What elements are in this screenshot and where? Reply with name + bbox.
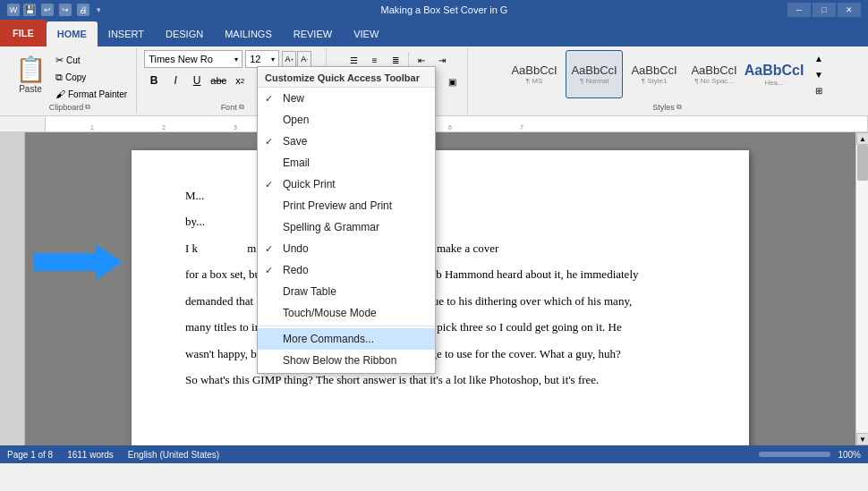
page-info: Page 1 of 8	[7, 450, 53, 460]
styles-scroll-controls: ▲ ▼ ⊞	[805, 50, 829, 98]
font-expand-icon[interactable]: ⧉	[239, 103, 244, 112]
font-name-dropdown[interactable]: Times New Ro ▾	[144, 50, 243, 68]
undo-icon-title[interactable]: ↩	[41, 4, 54, 16]
style-no-spacing[interactable]: AaBbCcI ¶ No Spac...	[685, 50, 743, 98]
style-ms-indicator: ¶ MS	[526, 77, 543, 85]
copy-button[interactable]: ⧉ Copy	[52, 69, 131, 85]
menu-item-more-commands[interactable]: More Commands...	[258, 328, 435, 350]
font-size-increase-button[interactable]: A+	[282, 51, 296, 67]
tab-mailings[interactable]: MAILINGS	[214, 21, 283, 47]
tab-file[interactable]: FILE	[0, 20, 47, 47]
menu-item-print-preview[interactable]: Print Preview and Print	[258, 195, 435, 216]
style-heading1-preview: AaBbCcI	[745, 62, 804, 79]
quick-access-toolbar-title: 💾 ↩ ↪ 🖨	[23, 4, 89, 16]
tab-insert[interactable]: INSERT	[98, 21, 155, 47]
print-icon-title[interactable]: 🖨	[77, 4, 89, 16]
subscript-button[interactable]: x2	[230, 71, 250, 90]
menu-item-quick-print[interactable]: ✓ Quick Print	[258, 174, 435, 195]
clipboard-small-buttons: ✂ Cut ⧉ Copy 🖌 Format Painter	[52, 50, 131, 102]
scroll-thumb[interactable]	[857, 145, 868, 181]
menu-undo-label: Undo	[283, 242, 428, 255]
arrow-shape	[33, 244, 123, 280]
style-style1[interactable]: AaBbCcI ¶ Style1	[625, 50, 683, 98]
style-normal[interactable]: AaBbCcI ¶ Normal	[566, 50, 623, 98]
styles-expand-icon[interactable]: ⧉	[677, 103, 682, 112]
scroll-down-button[interactable]: ▼	[856, 433, 868, 445]
font-size-arrow[interactable]: ▾	[271, 55, 275, 63]
tab-design[interactable]: DESIGN	[155, 21, 214, 47]
styles-scroll-up[interactable]: ▲	[809, 50, 829, 66]
menu-open-label: Open	[283, 114, 428, 126]
menu-item-touch-mouse[interactable]: Touch/Mouse Mode	[258, 302, 435, 324]
style-heading1-indicator: Hea...	[764, 79, 783, 87]
format-painter-button[interactable]: 🖌 Format Painter	[52, 86, 131, 102]
check-new: ✓	[265, 93, 277, 105]
format-painter-label: Format Painter	[68, 89, 127, 99]
style-heading1[interactable]: AaBbCcI Hea...	[745, 50, 803, 98]
save-icon-title[interactable]: 💾	[23, 4, 36, 16]
check-undo: ✓	[265, 243, 277, 255]
font-size-dropdown[interactable]: 12 ▾	[245, 50, 279, 68]
cut-button[interactable]: ✂ Cut	[52, 52, 131, 68]
zoom-slider[interactable]	[759, 452, 830, 457]
minimize-button[interactable]: ─	[787, 3, 811, 17]
menu-more-commands-label: More Commands...	[283, 333, 428, 345]
italic-button[interactable]: I	[166, 71, 185, 90]
ruler-mark-7: 7	[520, 124, 523, 131]
font-size-controls: A+ A-	[282, 51, 311, 67]
styles-group: AaBbCcI ¶ MS AaBbCcI ¶ Normal AaBbCcI ¶ …	[470, 48, 864, 114]
paste-label: Paste	[19, 84, 42, 94]
ruler-mark-3: 3	[234, 124, 237, 131]
ruler-mark-6: 6	[448, 124, 452, 131]
scroll-up-button[interactable]: ▲	[856, 132, 868, 145]
clipboard-group: 📋 Paste ✂ Cut ⧉ Copy 🖌 Format Painter Cl…	[4, 48, 137, 114]
close-button[interactable]: ✕	[838, 3, 861, 17]
style-normal-preview: AaBbCcI	[571, 63, 617, 78]
scroll-track[interactable]	[856, 145, 868, 433]
font-name-arrow[interactable]: ▾	[234, 55, 238, 63]
styles-scroll-down[interactable]: ▼	[809, 66, 829, 82]
clipboard-expand-icon[interactable]: ⧉	[85, 103, 90, 112]
style-ms[interactable]: AaBbCcI ¶ MS	[506, 50, 563, 98]
blue-arrow	[33, 244, 123, 286]
menu-print-preview-label: Print Preview and Print	[283, 199, 428, 212]
menu-item-email[interactable]: Email	[258, 152, 435, 174]
paste-button[interactable]: 📋 Paste	[9, 50, 52, 100]
menu-item-save[interactable]: ✓ Save	[258, 131, 435, 152]
style-style1-indicator: ¶ Style1	[642, 77, 668, 85]
strikethrough-button[interactable]: abc	[208, 71, 228, 90]
scrollbar-vertical[interactable]: ▲ ▼	[855, 132, 868, 445]
bold-button[interactable]: B	[144, 71, 164, 90]
menu-separator	[258, 326, 435, 326]
window-controls: ─ □ ✕	[787, 3, 861, 17]
font-size-decrease-button[interactable]: A-	[297, 51, 311, 67]
tab-review[interactable]: REVIEW	[283, 21, 343, 47]
shading-button[interactable]: ▣	[442, 72, 462, 91]
redo-icon-title[interactable]: ↪	[59, 4, 72, 16]
check-save: ✓	[265, 136, 277, 148]
menu-email-label: Email	[283, 157, 428, 169]
menu-item-show-below[interactable]: Show Below the Ribbon	[258, 350, 435, 371]
check-quick-print: ✓	[265, 179, 277, 190]
menu-item-open[interactable]: Open	[258, 109, 435, 131]
menu-item-draw-table[interactable]: Draw Table	[258, 281, 435, 302]
menu-item-new[interactable]: ✓ New	[258, 88, 435, 109]
maximize-button[interactable]: □	[813, 3, 836, 17]
style-no-spacing-preview: AaBbCcI	[691, 63, 736, 78]
copy-label: Copy	[65, 72, 86, 82]
tab-home[interactable]: HOME	[47, 21, 98, 47]
menu-item-spelling[interactable]: Spelling & Grammar	[258, 216, 435, 238]
status-right: 100%	[759, 450, 861, 460]
document-page[interactable]: M... by... I k mised to show y'all how t…	[132, 150, 749, 445]
menu-touch-mouse-label: Touch/Mouse Mode	[283, 307, 428, 319]
tab-view[interactable]: VIEW	[343, 21, 389, 47]
title-bar: W 💾 ↩ ↪ 🖨 ▾ Making a Box Set Cover in G …	[0, 0, 868, 20]
menu-item-redo[interactable]: ✓ Redo	[258, 259, 435, 281]
styles-expand-button[interactable]: ⊞	[809, 82, 829, 98]
menu-redo-label: Redo	[283, 264, 428, 276]
qa-dropdown-arrow[interactable]: ▾	[97, 5, 101, 14]
title-bar-left: W 💾 ↩ ↪ 🖨 ▾	[7, 4, 101, 16]
underline-button[interactable]: U	[187, 71, 207, 90]
menu-item-undo[interactable]: ✓ Undo	[258, 238, 435, 259]
font-size-value: 12	[250, 54, 260, 64]
